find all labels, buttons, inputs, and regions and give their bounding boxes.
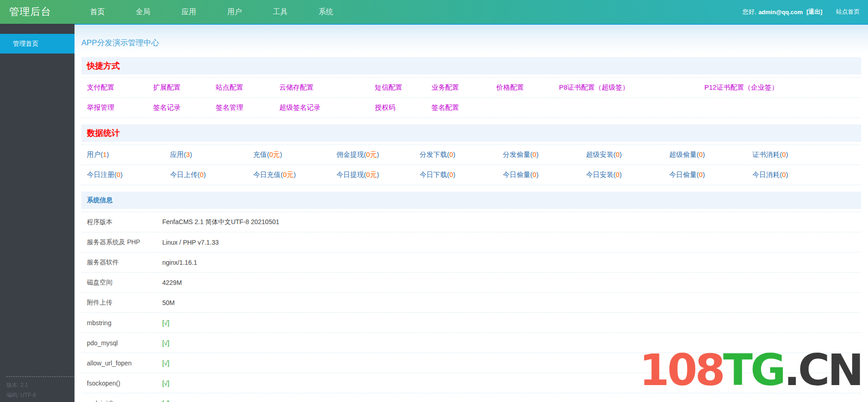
stat-cell: 今日充值(0元) [248, 165, 331, 185]
stat-link[interactable]: 分发偷量(0) [503, 150, 538, 158]
stat-label: 今日注册 [87, 171, 114, 178]
stat-cell: 今日安装(0) [580, 165, 664, 185]
stat-paren-close: ) [280, 150, 282, 158]
shortcut-link[interactable]: 举报管理 [87, 103, 114, 111]
top-bar: 管理后台 首页全局应用用户工具系统 您好, admin@qq.com [退出] … [0, 0, 868, 24]
stat-link[interactable]: 今日下载(0) [420, 171, 455, 178]
sysinfo-value: Linux / PHP v7.1.33 [157, 232, 861, 252]
stat-label: 超级安装 [586, 150, 613, 158]
sysinfo-row: curl_init()[√] [81, 393, 861, 402]
stat-label: 今日下载 [420, 171, 447, 178]
stat-link[interactable]: 今日安装(0) [586, 171, 622, 178]
stat-value: 0元 [283, 171, 293, 178]
stat-link[interactable]: 超级安装(0) [586, 150, 622, 158]
sysinfo-label: 服务器系统及 PHP [81, 232, 157, 252]
nav-item-system[interactable]: 系统 [303, 7, 349, 17]
stat-link[interactable]: 今日偷量(0) [669, 171, 705, 178]
sysinfo-value: FenfaCMS 2.1 简体中文UTF-8 20210501 [157, 212, 861, 232]
stat-link[interactable]: 今日注册(0) [87, 171, 122, 178]
shortcut-link[interactable]: 价格配置 [496, 83, 524, 91]
stat-link[interactable]: 分发下载(0) [420, 150, 455, 158]
shortcut-link[interactable]: 签名记录 [153, 103, 181, 111]
shortcut-link[interactable]: P8证书配置（超级签） [559, 83, 629, 91]
stat-paren-close: ) [786, 171, 788, 178]
shortcut-cell: 支付配置 [81, 78, 148, 98]
shortcut-link[interactable]: 签名配置 [431, 103, 459, 111]
account-name: admin@qq.com [758, 9, 803, 16]
nav-item-user[interactable]: 用户 [212, 7, 257, 17]
stat-link[interactable]: 超级偷量(0) [669, 150, 705, 158]
stat-paren-close: ) [703, 171, 705, 178]
stat-paren-close: ) [619, 150, 622, 158]
sysinfo-row: allow_url_fopen[√] [81, 353, 861, 373]
sysinfo-check-value: [√] [157, 393, 861, 402]
stat-link[interactable]: 应用(3) [170, 150, 192, 158]
stat-cell: 今日消耗(0) [747, 165, 861, 185]
stats-table: 用户(1)应用(3)充值(0元)佣金提现(0元)分发下载(0)分发偷量(0)超级… [81, 145, 861, 185]
site-home-link[interactable]: 站点首页 [836, 8, 860, 16]
stat-label: 今日消耗 [752, 171, 780, 178]
main-nav: 首页全局应用用户工具系统 [75, 0, 349, 24]
shortcut-cell: 业务配置 [426, 78, 491, 98]
stat-label: 超级偷量 [669, 150, 697, 158]
sysinfo-value: 4229M [157, 273, 861, 293]
nav-item-home[interactable]: 首页 [75, 7, 120, 17]
shortcut-link[interactable]: 支付配置 [87, 83, 114, 91]
sysinfo-label: pdo_mysql [81, 333, 157, 353]
sysinfo-label: curl_init() [81, 393, 157, 402]
stat-link[interactable]: 今日消耗(0) [752, 171, 788, 178]
sysinfo-label: 磁盘空间 [81, 273, 157, 293]
shortcut-link[interactable]: P12证书配置（企业签） [704, 83, 778, 91]
stat-paren-close: ) [453, 171, 455, 178]
page-title: APP分发演示管理中心 [81, 38, 861, 48]
sysinfo-label: mbstring [81, 313, 157, 333]
stat-link[interactable]: 今日偷量(0) [503, 171, 538, 178]
shortcut-link[interactable]: 超级签名记录 [279, 103, 320, 111]
nav-item-app[interactable]: 应用 [166, 7, 212, 17]
shortcut-cell: 授权码 [369, 98, 426, 118]
nav-item-tools[interactable]: 工具 [257, 7, 303, 17]
shortcut-cell: 超级签名记录 [274, 98, 369, 118]
stat-cell: 今日偷量(0) [497, 165, 580, 185]
stat-label: 今日安装 [586, 171, 613, 178]
stats-row: 用户(1)应用(3)充值(0元)佣金提现(0元)分发下载(0)分发偷量(0)超级… [81, 145, 861, 165]
stat-link[interactable]: 今日上传(0) [170, 171, 206, 178]
sysinfo-label: 附件上传 [81, 293, 157, 313]
stat-link[interactable]: 用户(1) [87, 150, 109, 158]
stat-label: 分发下载 [420, 150, 447, 158]
shortcuts-section-header: 快捷方式 [81, 57, 861, 75]
shortcut-link[interactable]: 业务配置 [431, 83, 459, 91]
sysinfo-row: 程序版本FenfaCMS 2.1 简体中文UTF-8 20210501 [81, 212, 861, 232]
sidebar: 管理首页 版本: 2.1 编码: UTF-8 [0, 24, 75, 402]
shortcut-link[interactable]: 授权码 [375, 103, 395, 111]
shortcut-cell: 短信配置 [369, 78, 426, 98]
topbar-right: 您好, admin@qq.com [退出] 站点首页 [743, 8, 868, 16]
app-logo: 管理后台 [0, 5, 75, 19]
sysinfo-row: 附件上传50M [81, 293, 861, 313]
shortcut-cell: 价格配置 [491, 78, 554, 98]
stat-link[interactable]: 今日充值(0元) [253, 171, 296, 178]
shortcut-link[interactable]: 云储存配置 [279, 83, 314, 91]
sidebar-item-admin-home[interactable]: 管理首页 [0, 34, 75, 54]
shortcut-link[interactable]: 签名管理 [216, 103, 243, 111]
shortcut-link[interactable]: 站点配置 [216, 83, 243, 91]
sysinfo-row: 磁盘空间4229M [81, 273, 861, 293]
greeting-text: 您好, [743, 8, 756, 16]
logout-link[interactable]: [退出] [806, 8, 822, 16]
shortcut-cell: 签名管理 [210, 98, 274, 118]
stat-paren-close: ) [377, 150, 379, 158]
stat-link[interactable]: 今日提现(0元) [336, 171, 379, 178]
stat-link[interactable]: 证书消耗(0) [752, 150, 788, 158]
stat-label: 分发偷量 [503, 150, 530, 158]
stat-label: 佣金提现 [336, 150, 364, 158]
stat-cell: 证书消耗(0) [747, 145, 861, 165]
stat-cell: 今日偷量(0) [664, 165, 747, 185]
nav-item-global[interactable]: 全局 [120, 7, 166, 17]
stat-link[interactable]: 佣金提现(0元) [336, 150, 379, 158]
stat-value: 0元 [269, 150, 280, 158]
stat-link[interactable]: 充值(0元) [253, 150, 282, 158]
sysinfo-label: 程序版本 [81, 212, 157, 232]
shortcut-link[interactable]: 扩展配置 [153, 83, 181, 91]
shortcut-link[interactable]: 短信配置 [375, 83, 402, 91]
stats-row: 今日注册(0)今日上传(0)今日充值(0元)今日提现(0元)今日下载(0)今日偷… [81, 165, 861, 185]
